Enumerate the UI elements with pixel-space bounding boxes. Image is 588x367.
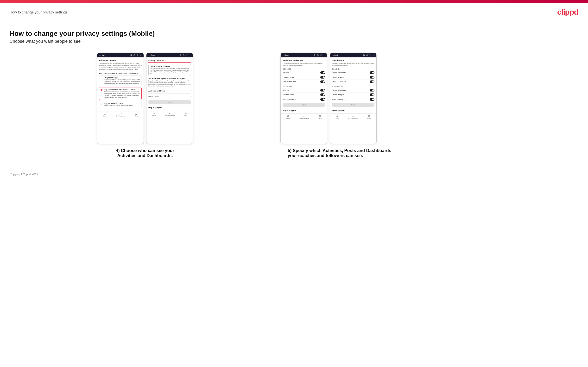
phone1-content: Privacy Controls Control how you and you…: [97, 57, 144, 111]
what-to-work-on-coaches-label: What To Work On: [332, 81, 346, 83]
drills-coaches-toggle[interactable]: [320, 76, 325, 79]
phone4-workOn-coaches: What To Work On: [332, 80, 374, 84]
phone1-tab-menu[interactable]: Menu: [135, 113, 138, 117]
activities-arrow: ›: [190, 90, 191, 92]
phone4-coaches-label: COACHES: [332, 68, 374, 70]
svg-point-17: [321, 55, 321, 55]
what-to-work-on-coaches-toggle[interactable]: [370, 80, 374, 83]
manual-coaches-label: Manual Activities: [283, 81, 296, 83]
phone1-tab-performance[interactable]: My Performance: [116, 113, 125, 117]
manual-followers-toggle[interactable]: [320, 98, 325, 101]
phone3-section-title: Activities and Posts: [283, 59, 325, 62]
phone2-tab-menu[interactable]: Menu: [184, 112, 187, 116]
phone3-rounds-coaches: Rounds: [283, 71, 325, 75]
manual-coaches-toggle[interactable]: [320, 80, 325, 83]
rounds-followers-toggle[interactable]: [320, 89, 325, 92]
phone1-topbar: ‹ < Back: [97, 53, 144, 57]
phone3-rounds-followers: Rounds: [283, 88, 325, 93]
phone2-content: Privacy Controls Only You and Your Coach…: [147, 57, 193, 111]
drills-followers-toggle[interactable]: [320, 93, 325, 96]
settings-icon-2: [186, 54, 188, 56]
svg-point-23: [367, 55, 367, 55]
round-insights-followers-label: Round Insights: [332, 94, 344, 96]
svg-line-8: [181, 56, 181, 56]
phone4-back[interactable]: ‹ < Back: [332, 54, 338, 56]
svg-point-10: [186, 55, 187, 55]
phone1-option-coach[interactable]: Only You and Your Coach Only you and the…: [99, 101, 142, 108]
phone4-icons: [363, 54, 374, 56]
phone4-tabs: Home My Performance Menu: [330, 113, 376, 120]
phone1-tab-home[interactable]: Home: [103, 113, 106, 117]
round-insights-coaches-toggle[interactable]: [370, 76, 374, 79]
phone2-help: Help & Support: [148, 105, 191, 109]
phone3-tab-home[interactable]: Home: [286, 115, 290, 119]
person-icon-2: [182, 54, 185, 56]
search-icon-3: [314, 54, 316, 56]
phone2-topbar: ‹ < Back: [147, 53, 193, 57]
phone1-back[interactable]: ‹ < Back: [99, 54, 105, 56]
phone3-tab-performance[interactable]: My Performance: [299, 115, 309, 119]
player-dashboard-followers-toggle[interactable]: [370, 89, 374, 92]
what-to-work-on-followers-toggle[interactable]: [370, 98, 374, 101]
phone2-menu-activities[interactable]: Activities and Posts ›: [148, 88, 191, 94]
svg-point-2: [134, 55, 135, 55]
page-subheading: Choose what you want people to see: [10, 39, 578, 44]
phone2-show-hide-title: Show or hide specific features in Clippd: [148, 77, 191, 80]
activities-label: Activities and Posts: [148, 90, 165, 92]
phone2-back[interactable]: ‹ < Back: [148, 54, 155, 56]
settings-icon-3: [320, 54, 322, 56]
phone3-body: Select the types of activity that you'd …: [283, 63, 325, 67]
person-icon-4: [366, 54, 368, 56]
phone1-option-followers[interactable]: Only Approved Followers and Your Coach O…: [99, 87, 142, 100]
phones-pair-left: ‹ < Back Privacy Controls Control how yo…: [97, 53, 193, 144]
phone2-tab-home[interactable]: Home: [152, 112, 156, 116]
phone1-tabs: Home My Performance Menu: [97, 111, 144, 117]
chevron-icon-3: [323, 54, 325, 56]
player-dashboard-followers-label: Player Dashboard: [332, 89, 346, 91]
phone4-tab-home[interactable]: Home: [336, 115, 339, 119]
phone4-save[interactable]: Save: [332, 103, 374, 107]
phone3-coaches-label: COACHES: [283, 68, 325, 70]
svg-point-9: [183, 55, 184, 55]
phone2-tabs: Home My Performance Menu: [147, 111, 193, 117]
phone3-save[interactable]: Save: [283, 103, 325, 107]
phone4-tab-performance[interactable]: My Performance: [348, 115, 358, 119]
svg-point-3: [137, 55, 138, 55]
page-heading: How to change your privacy settings (Mob…: [10, 30, 578, 37]
phone1-option-everyone[interactable]: Everyone on Clippd Everyone on Clippd ca…: [99, 75, 142, 86]
chevron-icon-4: [372, 54, 374, 56]
phone3-tab-menu[interactable]: Menu: [318, 115, 321, 119]
settings-icon-4: [369, 54, 371, 56]
left-section: ‹ < Back Privacy Controls Control how yo…: [10, 53, 280, 158]
person-icon-3: [317, 54, 319, 56]
main-content: How to change your privacy settings (Mob…: [0, 20, 588, 166]
rounds-coaches-toggle[interactable]: [320, 71, 325, 74]
phone2-save[interactable]: Save: [148, 100, 191, 104]
phone4-section-title: Dashboards: [332, 59, 374, 62]
round-insights-followers-toggle[interactable]: [370, 93, 374, 96]
svg-point-0: [130, 55, 132, 56]
drills-followers-label: Practice Drills: [283, 94, 294, 96]
manual-followers-label: Manual Activities: [283, 98, 296, 100]
dashboards-label: Dashboards: [148, 95, 159, 98]
player-dashboard-coaches-toggle[interactable]: [370, 71, 374, 74]
svg-point-16: [318, 55, 318, 55]
radio-everyone: [101, 77, 103, 79]
phone2-icons: [179, 54, 191, 56]
phone2-menu-dashboards[interactable]: Dashboards ›: [148, 94, 191, 99]
phones-pair-right: ‹ < Back Activities and Posts Select the: [280, 53, 377, 144]
radio-coach-text: Only You and Your Coach Only you and the…: [104, 103, 133, 107]
right-section: ‹ < Back Activities and Posts Select the: [280, 53, 578, 158]
svg-point-7: [180, 55, 181, 56]
what-to-work-on-followers-label: What To Work On: [332, 98, 346, 100]
caption-4: 4) Choose who can see your Activities an…: [109, 148, 181, 158]
person-icon: [133, 54, 135, 56]
rounds-coaches-label: Rounds: [283, 72, 289, 74]
phone4-tab-menu[interactable]: Menu: [367, 115, 371, 119]
svg-line-15: [315, 56, 316, 56]
phone2-tab-performance[interactable]: My Performance: [165, 112, 175, 116]
phone3-back[interactable]: ‹ < Back: [283, 54, 289, 56]
svg-point-21: [363, 55, 364, 56]
phone4-player-followers: Player Dashboard: [332, 88, 374, 93]
phone3-manual-followers: Manual Activities: [283, 97, 325, 102]
